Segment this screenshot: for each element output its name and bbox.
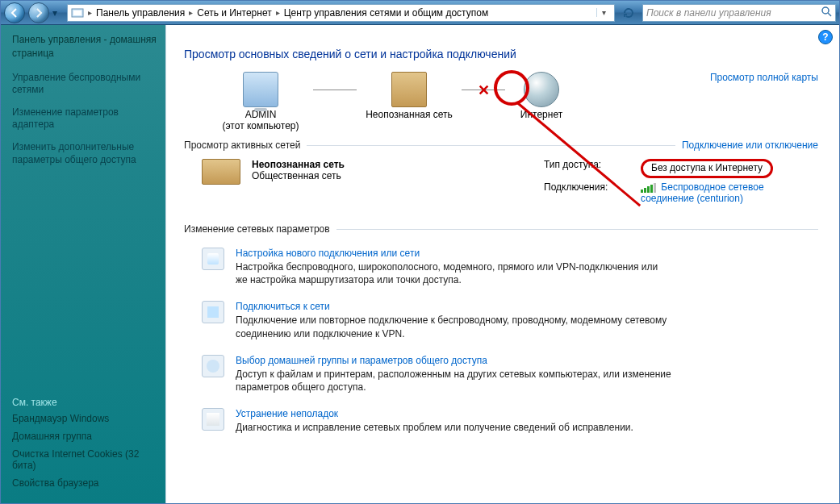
see-also-homegroup[interactable]: Домашняя группа [12,431,159,442]
setting-title: Настройка нового подключения или сети [236,248,671,259]
active-network-row: Неопознанная сеть Общественная сеть Тип … [184,156,818,207]
refresh-button[interactable] [620,4,637,22]
search-input[interactable]: Поиск в панели управления [642,4,836,22]
back-button[interactable] [4,2,25,23]
see-also-firewall[interactable]: Брандмауэр Windows [12,413,159,424]
sidebar-link-wireless[interactable]: Управление беспроводными сетями [12,72,159,97]
nav-history-dropdown[interactable]: ▾ [52,7,64,19]
sidebar-home-link[interactable]: Панель управления - домашняя страница [12,33,159,60]
bench-icon [391,72,427,107]
section-header-text: Просмотр активных сетей [184,140,300,151]
see-also-cookies[interactable]: Очистка Internet Cookies (32 бита) [12,448,159,471]
homegroup-icon [202,355,224,377]
see-also-browser[interactable]: Свойства браузера [12,477,159,489]
sidebar-link-sharing[interactable]: Изменить дополнительные параметры общего… [12,141,159,166]
content-area: ? Просмотр основных сведений о сети и на… [166,25,839,503]
breadcrumb-icon [71,6,84,19]
map-connector [313,90,357,90]
page-title: Просмотр основных сведений о сети и наст… [184,48,818,60]
chevron-right-icon: ▸ [186,8,195,17]
troubleshoot-icon [202,408,224,431]
help-button[interactable]: ? [818,30,833,44]
map-node-this-pc[interactable]: ADMIN (этот компьютер) [208,72,313,131]
active-networks-header: Просмотр активных сетей Подключение или … [184,140,818,151]
active-network-name[interactable]: Неопознанная сеть [252,159,345,170]
map-node-label: Интернет [505,109,578,120]
full-map-link-wrap: Просмотр полной карты [710,72,818,83]
breadcrumb-dropdown[interactable]: ▾ [596,8,611,17]
sidebar-see-also-header: См. также [12,397,159,408]
sidebar-link-adapter[interactable]: Изменение параметров адаптера [12,106,159,131]
setting-title: Выбор домашней группы и параметров общег… [236,355,671,366]
map-node-label: Неопознанная сеть [357,109,462,120]
signal-bars-icon [641,183,656,193]
access-type-value: Без доступа к Интернету [641,159,773,178]
chevron-right-icon: ▸ [274,8,282,17]
setting-new-connection[interactable]: Настройка нового подключения или сети На… [184,240,818,293]
setting-troubleshoot[interactable]: Устранение неполадок Диагностика и испра… [184,400,818,440]
setting-title: Подключиться к сети [236,301,671,312]
forward-button[interactable] [28,2,49,23]
sidebar: Панель управления - домашняя страница Уп… [1,25,166,503]
breadcrumb[interactable]: ▸ Панель управления ▸ Сеть и Интернет ▸ … [67,4,615,22]
setting-desc: Диагностика и исправление сетевых пробле… [236,421,633,434]
breadcrumb-item[interactable]: Панель управления [96,7,185,19]
network-map: ADMIN (этот компьютер) Неопознанная сеть… [184,72,818,131]
settings-header: Изменение сетевых параметров [184,223,818,235]
setting-desc: Подключение или повторное подключение к … [236,314,671,339]
section-header-text: Изменение сетевых параметров [184,223,330,235]
map-node-sublabel: (этот компьютер) [208,120,313,131]
setting-desc: Настройка беспроводного, широкополосного… [236,260,671,286]
setting-title: Устранение неполадок [236,408,633,419]
connect-disconnect-link[interactable]: Подключение или отключение [682,140,818,151]
map-node-network[interactable]: Неопознанная сеть [357,72,462,120]
svg-line-3 [828,13,831,16]
control-panel-window: ▾ ▸ Панель управления ▸ Сеть и Интернет … [0,0,840,504]
wizard-icon [202,248,224,270]
setting-homegroup[interactable]: Выбор домашней группы и параметров общег… [184,347,818,400]
connect-icon [202,301,224,323]
chevron-right-icon: ▸ [86,8,94,17]
network-type-icon [202,159,240,204]
broken-x-icon: ✕ [478,81,490,99]
breadcrumb-item[interactable]: Сеть и Интернет [197,7,271,19]
svg-point-2 [822,7,829,14]
setting-desc: Доступ к файлам и принтерам, расположенн… [236,368,671,394]
search-icon[interactable] [821,6,832,19]
connection-link[interactable]: Беспроводное сетевое соединение (centuri… [641,181,764,204]
full-map-link[interactable]: Просмотр полной карты [710,72,818,83]
access-type-label: Тип доступа: [544,159,641,178]
annotation-circle [494,70,529,106]
svg-rect-1 [73,10,81,15]
active-network-type[interactable]: Общественная сеть [252,170,445,181]
setting-connect-network[interactable]: Подключиться к сети Подключение или повт… [184,293,818,346]
computer-icon [243,72,278,107]
breadcrumb-item[interactable]: Центр управления сетями и общим доступом [284,7,489,19]
search-placeholder: Поиск в панели управления [646,7,771,19]
toolbar: ▾ ▸ Панель управления ▸ Сеть и Интернет … [1,1,839,25]
